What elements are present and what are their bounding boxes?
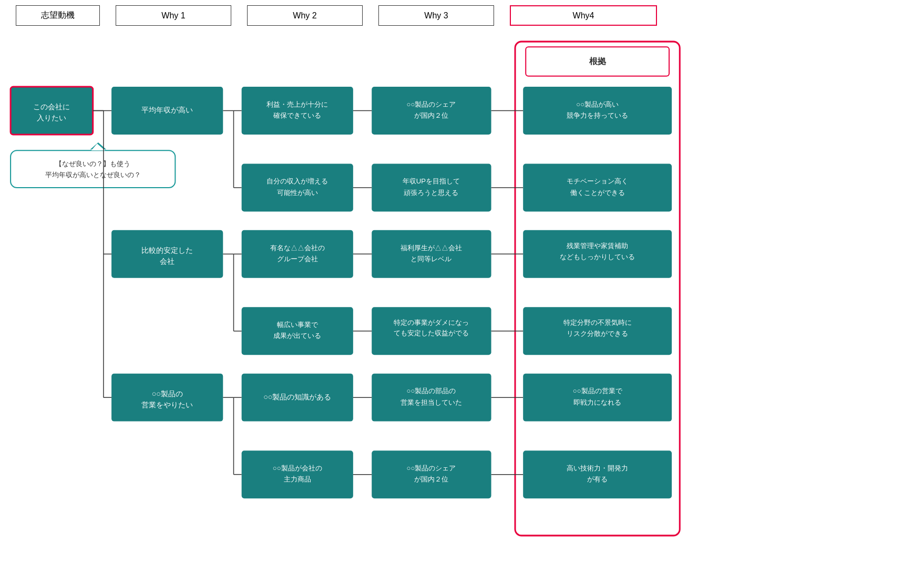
why1-1-text: 平均年収が高い xyxy=(141,106,193,114)
why4-6-text-line2: が有る xyxy=(587,475,608,483)
why4-4-text-line1: 特定分野の不景気時に xyxy=(563,319,632,326)
why3-5-text-line2: 営業を担当していた xyxy=(401,398,462,406)
why2-5-text: ○○製品の知識がある xyxy=(263,393,331,401)
why2-1-text-line2: 確保できている xyxy=(273,111,321,119)
header-col1: Why 1 xyxy=(116,5,231,26)
why3-4-text-line2: ても安定した収益がでる xyxy=(394,329,469,337)
why1-3-text-line2: 営業をやりたい xyxy=(141,401,193,409)
kekyo-label: 根拠 xyxy=(589,56,607,66)
why4-2-box xyxy=(523,164,672,212)
why1-2-text-line1: 比較的安定した xyxy=(141,246,193,254)
callout-text-line2: 平均年収が高いとなぜ良いの？ xyxy=(45,171,141,179)
motivation-text-line2: 入りたい xyxy=(37,114,66,122)
why4-5-text-line1: ○○製品の営業で xyxy=(573,387,623,395)
why2-3-box xyxy=(242,230,353,278)
main-container: 志望動機 Why 1 Why 2 Why 3 Why4 根拠 この会社に 入りた… xyxy=(0,0,924,574)
why2-6-text-line2: 主力商品 xyxy=(284,475,311,483)
why4-3-text-line2: などもしっかりしている xyxy=(560,253,635,261)
why3-1-text-line2: が国内２位 xyxy=(414,111,448,119)
why3-6-text-line2: が国内２位 xyxy=(414,475,448,483)
why3-1-text-line1: ○○製品のシェア xyxy=(406,100,456,108)
why3-1-box xyxy=(372,87,491,135)
header-col2: Why 2 xyxy=(247,5,363,26)
why3-3-text-line1: 福利厚生が△△会社 xyxy=(401,244,462,252)
why4-1-text-line1: ○○製品が高い xyxy=(576,100,619,108)
why2-6-box xyxy=(242,450,353,498)
why2-3-text-line1: 有名な△△会社の xyxy=(270,244,325,252)
header-col4: Why4 xyxy=(510,5,657,26)
why2-1-box xyxy=(242,87,353,135)
why3-3-text-line2: と同等レベル xyxy=(410,255,451,263)
why3-2-text-line2: 頑張ろうと思える xyxy=(404,189,458,197)
why1-3-text-line1: ○○製品の xyxy=(152,390,183,398)
why2-3-text-line2: グループ会社 xyxy=(277,255,318,263)
why4-4-text-line2: リスク分散ができる xyxy=(567,330,628,337)
why2-6-text-line1: ○○製品が会社の xyxy=(273,464,322,472)
header-col3: Why 3 xyxy=(378,5,494,26)
column-headers: 志望動機 Why 1 Why 2 Why 3 Why4 xyxy=(5,5,919,26)
why3-2-text-line1: 年収UPを目指して xyxy=(403,177,460,185)
why4-2-text-line2: 働くことができる xyxy=(570,189,625,197)
why3-5-text-line1: ○○製品の部品の xyxy=(406,387,456,395)
why2-2-text-line1: 自分の収入が増える xyxy=(266,177,328,185)
why4-5-box xyxy=(523,374,672,422)
why2-2-text-line2: 可能性が高い xyxy=(277,189,318,197)
why2-1-text-line1: 利益・売上が十分に xyxy=(266,100,328,108)
motivation-text-line1: この会社に xyxy=(33,102,70,111)
why3-5-box xyxy=(372,374,491,422)
why4-5-text-line2: 即戦力になれる xyxy=(573,398,621,406)
why2-4-text-line2: 成果が出ている xyxy=(273,332,321,340)
diagram-area: 根拠 この会社に 入りたい 【なぜ良いの？】も使う 平均年収が高いとなぜ良いの？… xyxy=(5,31,919,546)
why1-2-text-line2: 会社 xyxy=(160,257,174,265)
why4-3-text-line1: 残業管理や家賃補助 xyxy=(567,242,628,250)
why3-4-text-line1: 特定の事業がダメになっ xyxy=(394,319,469,326)
header-col0: 志望動機 xyxy=(16,5,100,26)
why4-6-box xyxy=(523,450,672,498)
why4-1-box xyxy=(523,87,672,135)
why2-4-box xyxy=(242,307,353,355)
why3-2-box xyxy=(372,164,491,212)
why3-3-box xyxy=(372,230,491,278)
callout-text-line1: 【なぜ良いの？】も使う xyxy=(55,160,130,168)
callout-box xyxy=(11,150,175,188)
why3-6-box xyxy=(372,450,491,498)
why4-1-text-line2: 競争力を持っている xyxy=(567,111,628,119)
why4-6-text-line1: 高い技術力・開発力 xyxy=(567,464,628,472)
why2-2-box xyxy=(242,164,353,212)
why3-6-text-line1: ○○製品のシェア xyxy=(406,464,456,472)
why4-2-text-line1: モチベーション高く xyxy=(567,177,628,185)
why2-4-text-line1: 幅広い事業で xyxy=(277,321,319,329)
diagram-svg: 根拠 この会社に 入りたい 【なぜ良いの？】も使う 平均年収が高いとなぜ良いの？… xyxy=(5,31,919,546)
